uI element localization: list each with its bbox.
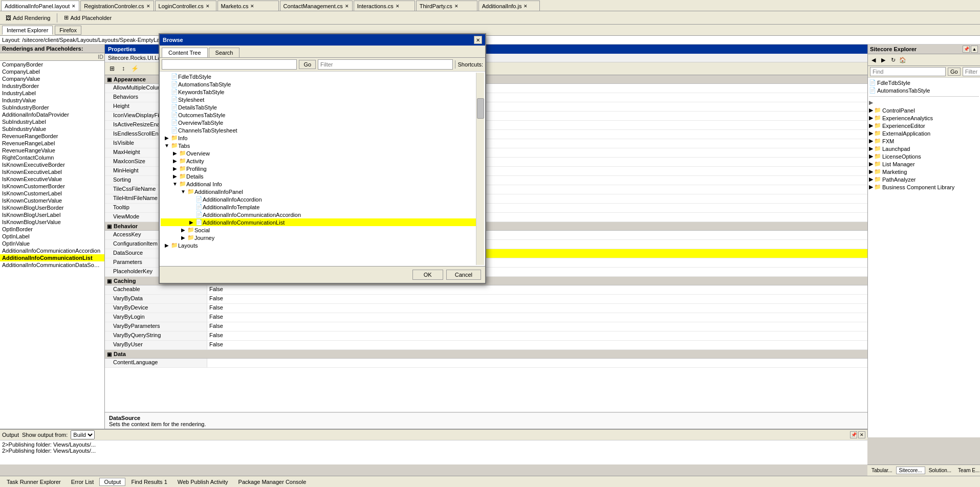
left-item-optinborder[interactable]: OptInBorder — [0, 226, 104, 233]
dialog-scrollbar[interactable] — [476, 73, 484, 265]
left-item-isknownexecutiveborder[interactable]: IsKnownExecutiveBorder — [0, 161, 104, 168]
se-filter-input[interactable] — [963, 67, 980, 76]
se-pin-button[interactable]: 📌 — [963, 46, 970, 53]
tree-keywordstab[interactable]: 📄 KeywordsTabStyle — [161, 88, 476, 96]
tab-find-results[interactable]: Find Results 1 — [126, 478, 171, 486]
se-find-input[interactable] — [870, 67, 946, 76]
left-item-revenuerangeborder[interactable]: RevenueRangeBorder — [0, 132, 104, 140]
se-item-expanalytics[interactable]: ▶ 📁 ExperienceAnalytics — [869, 114, 979, 122]
left-item-isknownbloguserlabel[interactable]: IsKnownBlogUserLabel — [0, 211, 104, 218]
tree-activity[interactable]: ▶ 📁 Activity — [161, 157, 476, 165]
se-back-button[interactable]: ◀ — [869, 55, 878, 64]
dialog-tab-search[interactable]: Search — [209, 48, 240, 57]
left-item-optinlabel[interactable]: OptInLabel — [0, 233, 104, 240]
left-item-companyborder[interactable]: CompanyBorder — [0, 61, 104, 68]
tab-close-icon[interactable]: ✕ — [72, 4, 76, 9]
left-item-subindustryborder[interactable]: SubIndustryBorder — [0, 104, 104, 111]
se-item-extapp[interactable]: ▶ 📁 ExternalApplication — [869, 129, 979, 137]
tab-additionalinfopanel-layout[interactable]: AdditionalInfoPanel.layout✕ — [1, 1, 79, 11]
tab-thirdparty-cs[interactable]: ThirdParty.cs✕ — [416, 1, 477, 11]
se-home-button[interactable]: 🏠 — [898, 55, 907, 64]
tree-addl-accordion[interactable]: 📄 AdditionalInfoAccordion — [161, 195, 476, 203]
tab-close-icon[interactable]: ✕ — [396, 4, 400, 9]
tree-channelstab[interactable]: 📄 ChannelsTabStylesheet — [161, 126, 476, 134]
tree-journey[interactable]: ▶ 📁 Journey — [161, 234, 476, 241]
tree-outcomestab[interactable]: 📄 OutcomesTabStyle — [161, 111, 476, 119]
dialog-tab-content-tree[interactable]: Content Tree — [162, 48, 208, 57]
tab-output[interactable]: Output — [99, 478, 125, 486]
tree-fdletabstyle[interactable]: 📄 FdleTdbStyle — [161, 73, 476, 80]
add-placeholder-button[interactable]: ⊞ Add Placeholder — [60, 13, 115, 23]
sc-tab-tabular[interactable]: Tabular... — [868, 467, 896, 474]
output-pin-button[interactable]: 📌 — [850, 431, 857, 438]
tab-close-icon[interactable]: ✕ — [250, 4, 254, 9]
se-item-biz-comp[interactable]: ▶ 📁 Business Component Library — [869, 183, 979, 191]
prop-action-button[interactable]: ⚡ — [129, 63, 140, 74]
se-item-marketing[interactable]: ▶ 📁 Marketing — [869, 168, 979, 175]
browser-tab-internet-explorer[interactable]: Internet Explorer — [2, 26, 53, 35]
se-item-licenseoptions[interactable]: ▶ 📁 LicenseOptions — [869, 152, 979, 160]
left-item-additionalinfocommunicationaccordion[interactable]: AdditionalInfoCommunicationAccordion — [0, 247, 104, 254]
tree-automationstab[interactable]: 📄 AutomationsTabStyle — [161, 80, 476, 88]
tab-registrationcontroler-cs[interactable]: RegistrationControler.cs✕ — [80, 1, 154, 11]
dialog-filter-input[interactable] — [318, 59, 453, 70]
left-item-isknownexecutivevalue[interactable]: IsKnownExecutiveValue — [0, 175, 104, 183]
left-item-additionalinfocommunicationdatasource[interactable]: AdditionalInfoCommunicationDataSource — [0, 261, 104, 269]
tree-tabs[interactable]: ▼ 📁 Tabs — [161, 142, 476, 149]
tab-task-runner[interactable]: Task Runner Explorer — [2, 478, 66, 486]
tab-error-list[interactable]: Error List — [67, 478, 99, 486]
se-item-controlpanel[interactable]: ▶ 📁 ControlPanel — [869, 106, 979, 114]
tree-details[interactable]: ▶ 📁 Details — [161, 172, 476, 180]
se-item-fxm[interactable]: ▶ 📁 FXM — [869, 137, 979, 145]
dialog-find-input[interactable] — [162, 59, 297, 70]
tree-addl-panel[interactable]: ▼ 📁 AdditionalInfoPanel — [161, 188, 476, 195]
left-item-isknownexecutivelabel[interactable]: IsKnownExecutiveLabel — [0, 168, 104, 175]
tree-social[interactable]: ▶ 📁 Social — [161, 226, 476, 234]
left-item-industryborder[interactable]: IndustryBorder — [0, 82, 104, 90]
prop-sort-button[interactable]: ↕ — [118, 63, 128, 74]
tree-additional-info[interactable]: ▼ 📁 Additional Info — [161, 180, 476, 188]
left-item-isknowncustomerborder[interactable]: IsKnownCustomerBorder — [0, 183, 104, 190]
tab-close-icon[interactable]: ✕ — [454, 4, 459, 9]
left-item-industrylabel[interactable]: IndustryLabel — [0, 90, 104, 97]
output-close-button[interactable]: ✕ — [858, 431, 865, 438]
left-item-subindustrylabel[interactable]: SubIndustryLabel — [0, 118, 104, 125]
se-refresh-button[interactable]: ↻ — [888, 55, 898, 64]
se-item-expeditor[interactable]: ▶ 📁 ExperienceEditor — [869, 122, 979, 129]
tree-overviewtab[interactable]: 📄 OverviewTabStyle — [161, 119, 476, 126]
se-item-listmanager[interactable]: ▶ 📁 List Manager — [869, 160, 979, 168]
tree-stylesheet[interactable]: 📄 Stylesheet — [161, 96, 476, 103]
dialog-close-button[interactable]: ✕ — [474, 36, 482, 44]
tab-web-publish[interactable]: Web Publish Activity — [173, 478, 233, 486]
left-item-revenuerangelabel[interactable]: RevenueRangeLabel — [0, 140, 104, 147]
tab-logincontroller-cs[interactable]: LoginController.cs✕ — [155, 1, 216, 11]
sc-tab-solution[interactable]: Solution... — [926, 467, 954, 474]
se-go-button[interactable]: Go — [948, 68, 961, 76]
dialog-ok-button[interactable]: OK — [412, 270, 443, 280]
se-forward-button[interactable]: ▶ — [879, 55, 888, 64]
dialog-go-button[interactable]: Go — [299, 60, 316, 69]
tree-addl-comm-accordion[interactable]: 📄 AdditionalInfoCommunicationAccordion — [161, 211, 476, 218]
tree-addl-template[interactable]: 📄 AdditionalInfoTemplate — [161, 203, 476, 211]
tab-close-icon[interactable]: ✕ — [206, 4, 210, 9]
left-item-isknowncustomerlabel[interactable]: IsKnownCustomerLabel — [0, 190, 104, 197]
tree-info[interactable]: ▶ 📁 Info — [161, 134, 476, 142]
left-item-companyvalue[interactable]: CompanyValue — [0, 75, 104, 82]
output-source-select[interactable]: Build — [71, 430, 95, 439]
se-item-automationstab[interactable]: 📄 AutomationsTabStyle — [869, 86, 979, 94]
left-item-optinvalue[interactable]: OptInValue — [0, 240, 104, 247]
tab-close-icon[interactable]: ✕ — [345, 4, 349, 9]
tree-addl-comm-list[interactable]: ▶ 📄 AdditionalInfoCommunicationList — [161, 218, 476, 226]
tab-additionalinfo-js[interactable]: AdditionalInfo.js✕ — [478, 1, 540, 11]
data-group-header[interactable]: ▣ Data — [105, 350, 980, 359]
left-item-isknownbloguservalue[interactable]: IsKnownBlogUserValue — [0, 218, 104, 226]
tree-profiling[interactable]: ▶ 📁 Profiling — [161, 165, 476, 172]
left-item-industryvalue[interactable]: IndustryValue — [0, 97, 104, 104]
tree-detailstab[interactable]: 📄 DetailsTabStyle — [161, 103, 476, 111]
left-item-additionalinfodataprovider[interactable]: AdditionalInfoDataProvider — [0, 111, 104, 118]
left-item-isknownbloguserborder[interactable]: IsKnownBlogUserBorder — [0, 204, 104, 211]
left-item-subindustryvalue[interactable]: SubIndustryValue — [0, 125, 104, 132]
sc-tab-team[interactable]: Team E... — [955, 467, 980, 474]
prop-grid-view-button[interactable]: ⊞ — [107, 63, 117, 74]
sc-tab-sitecore[interactable]: Sitecore... — [896, 467, 925, 474]
